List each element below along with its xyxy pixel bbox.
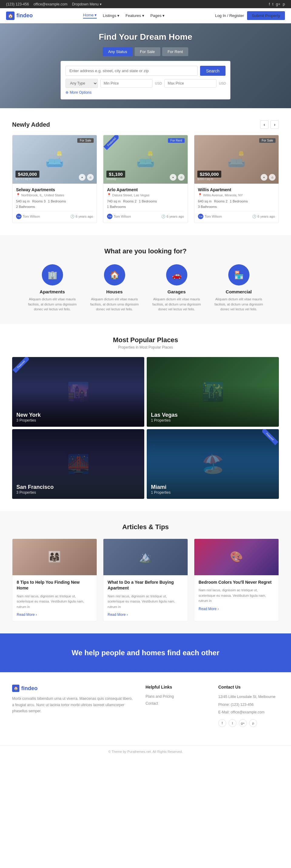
tab-for-sale[interactable]: For Sale: [135, 47, 161, 56]
location-icon: 📍: [198, 193, 202, 197]
category-desc: Aliquam dictum elit vitae mauris facilis…: [148, 297, 205, 312]
place-count: 1 Properties: [151, 418, 178, 423]
card-divider: [107, 211, 184, 211]
social-google[interactable]: g+: [276, 2, 281, 6]
place-card-miami[interactable]: 🏖️ Featured Miami 1 Properties: [147, 429, 279, 499]
popular-title: Most Popular Places: [12, 336, 279, 344]
featured-ribbon-wrapper-right: Featured: [262, 429, 279, 446]
email-address: office@example.com: [33, 2, 67, 6]
prev-button[interactable]: ‹: [260, 120, 268, 129]
article-image: 🏔️: [104, 539, 187, 575]
article-body: Bedroom Colors You'll Never Regret Nam n…: [194, 575, 279, 615]
place-info: Miami 1 Properties: [151, 484, 171, 495]
footer-link-plans[interactable]: Plans and Pricing: [146, 694, 174, 699]
property-location: 📍 Willis Avenue, Mineola, NY: [198, 193, 275, 197]
hero-status-tabs: Any Status For Sale For Rent: [0, 47, 291, 56]
footer-contact-title: Contact Us: [218, 685, 279, 689]
login-link[interactable]: Log In / Register: [215, 13, 244, 18]
article-desc: Nam nisl lacus, dignissim ac tristique u…: [17, 594, 92, 610]
tab-any-status[interactable]: Any Status: [103, 47, 133, 56]
article-body: 8 Tips to Help You Finding New Home Nam …: [12, 575, 97, 621]
footer-social-google[interactable]: g+: [239, 719, 247, 727]
property-footer: TW Tom Wilson 🕐 6 years ago: [107, 214, 184, 219]
favorite-icon-button[interactable]: ☆: [178, 174, 184, 181]
category-commercial[interactable]: 🏪 Commercial Aliquam dictum elit vitae m…: [211, 264, 267, 312]
price-main: $1,100: [107, 170, 125, 178]
article-read-more[interactable]: Read More ›: [108, 613, 183, 617]
more-options-link[interactable]: ⊕ More Options: [65, 90, 226, 95]
nav-pages[interactable]: Pages ▾: [150, 13, 165, 18]
place-card-las-vegas[interactable]: 🌃 Las Vegas 1 Properties: [147, 357, 279, 427]
type-select[interactable]: Any Type Apartment House Garage Commerci…: [65, 79, 98, 88]
category-houses[interactable]: 🏠 Houses Aliquam dictum elit vitae mauri…: [86, 264, 143, 312]
cta-text: We help people and homes find each other: [12, 649, 279, 657]
add-icon-button[interactable]: +: [79, 174, 86, 181]
article-title: What to Do a Year Before Buying Apartmen…: [108, 580, 183, 591]
place-card-san-francisco[interactable]: 🌉 San Francisco 3 Properties: [12, 429, 144, 499]
tab-for-rent[interactable]: For Rent: [162, 47, 188, 56]
nav-home[interactable]: Home ▾: [83, 13, 97, 19]
footer-social-pinterest[interactable]: p: [249, 719, 257, 727]
footer-social-twitter[interactable]: t: [229, 719, 236, 727]
footer-links-list: Plans and Pricing Contact: [146, 694, 206, 706]
place-info: Las Vegas 1 Properties: [151, 412, 178, 423]
categories-title: What are you looking for?: [12, 247, 279, 255]
category-apartments[interactable]: 🏢 Apartments Aliquam dictum elit vitae m…: [24, 264, 80, 312]
footer-email: E-Mail: office@example.com: [218, 709, 279, 715]
articles-grid: 👨‍👩‍👧 8 Tips to Help You Finding New Hom…: [12, 538, 279, 622]
article-desc: Nam nisl lacus, dignissim ac tristique u…: [199, 588, 274, 604]
footer-description: Morbi convallis bibendum urna ut viverra…: [12, 695, 134, 714]
property-price: $420,000 $777 / sq m: [16, 172, 39, 181]
article-card: 👨‍👩‍👧 8 Tips to Help You Finding New Hom…: [12, 538, 97, 622]
category-garages[interactable]: 🚗 Garages Aliquam dictum elit vitae maur…: [148, 264, 205, 312]
price-main: $250,000: [197, 170, 221, 178]
footer: 🏠 findeo Morbi convallis bibendum urna u…: [0, 672, 291, 739]
nav-listings[interactable]: Listings ▾: [103, 13, 119, 18]
search-input[interactable]: [65, 66, 198, 76]
property-meta: 540 sq m Rooms 3 1 Bedrooms: [16, 199, 93, 203]
top-bar: (123) 123-456 office@example.com Dropdow…: [0, 0, 291, 8]
nav-features[interactable]: Features ▾: [125, 13, 144, 18]
dropdown-menu[interactable]: Dropdown Menu ▾: [72, 2, 101, 6]
property-bedrooms: 1 Bedrooms: [48, 199, 66, 203]
nav-links: Home ▾ Listings ▾ Features ▾ Pages ▾: [83, 13, 165, 19]
next-button[interactable]: ›: [270, 120, 279, 129]
add-icon-button[interactable]: +: [170, 174, 176, 181]
article-read-more[interactable]: Read More ›: [17, 613, 92, 617]
property-cards-grid: 🛋️ For Sale $420,000 $777 / sq m + ☆ Sel…: [12, 135, 279, 223]
submit-property-button[interactable]: Submit Property: [247, 11, 285, 20]
property-sqm: 540 sq m: [16, 199, 30, 203]
max-price-input[interactable]: [164, 79, 216, 88]
favorite-icon-button[interactable]: ☆: [87, 174, 94, 181]
social-twitter[interactable]: t: [272, 2, 273, 6]
footer-link-contact[interactable]: Contact: [146, 701, 158, 706]
search-button[interactable]: Search: [200, 66, 226, 76]
property-rooms: Rooms 3: [32, 199, 46, 203]
article-read-more[interactable]: Read More ›: [199, 607, 274, 611]
article-card: 🏔️ What to Do a Year Before Buying Apart…: [103, 538, 188, 622]
social-pinterest[interactable]: p: [283, 2, 285, 6]
min-price-input[interactable]: [100, 79, 152, 88]
favorite-icon-button[interactable]: ☆: [269, 174, 275, 181]
place-info: New York 3 Properties: [17, 412, 40, 423]
add-icon-button[interactable]: +: [261, 174, 267, 181]
category-name: Commercial: [211, 289, 267, 294]
logo[interactable]: 🏠 findeo: [6, 11, 33, 20]
article-image-icon: 👨‍👩‍👧: [48, 551, 61, 563]
top-bar-left: (123) 123-456 office@example.com Dropdow…: [6, 2, 101, 6]
hero-filter-row: Any Type Apartment House Garage Commerci…: [65, 79, 226, 88]
article-image-icon: 🎨: [230, 551, 243, 563]
social-facebook[interactable]: f: [269, 2, 270, 6]
footer-social-facebook[interactable]: f: [218, 719, 226, 727]
hero-search-box: Search Any Type Apartment House Garage C…: [61, 61, 230, 99]
place-card-new-york[interactable]: 🌆 Featured New York 3 Properties: [12, 357, 144, 427]
author-avatar: TW: [198, 214, 203, 219]
card-divider: [198, 211, 275, 211]
footer-helpful-links-title: Helpful Links: [146, 685, 206, 689]
property-time: 🕐 6 years ago: [252, 215, 275, 218]
articles-section: Articles & Tips 👨‍👩‍👧 8 Tips to Help You…: [0, 511, 291, 634]
property-image: 🛋️ For Sale $250,000 $390 / sq m + ☆: [194, 135, 279, 184]
main-nav: 🏠 findeo Home ▾ Listings ▾ Features ▾ Pa…: [0, 8, 291, 23]
article-image-icon: 🏔️: [139, 551, 152, 563]
featured-ribbon-wrapper: Featured: [12, 357, 29, 374]
